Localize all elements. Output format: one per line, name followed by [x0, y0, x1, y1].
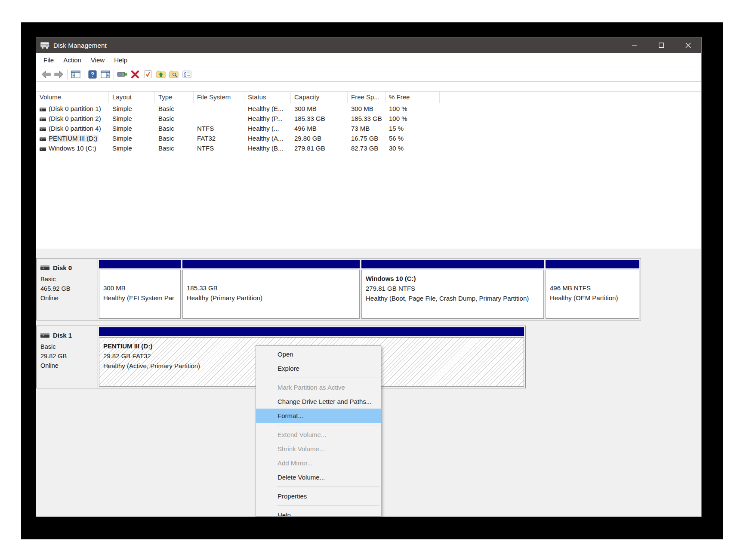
cell-layout: Simple [109, 143, 155, 153]
action-pane-icon [101, 71, 110, 78]
cell-volume: (Disk 0 partition 2) [49, 115, 101, 122]
column-header-filler [440, 92, 701, 103]
volume-row[interactable]: (Disk 0 partition 1) Simple Basic Health… [36, 104, 701, 114]
volume-icon [40, 147, 46, 151]
cell-free-space: 185.33 GB [348, 114, 385, 123]
forward-button[interactable] [52, 68, 65, 80]
column-header-file-system[interactable]: File System [194, 92, 244, 103]
back-button[interactable] [40, 68, 52, 80]
menu-item-view[interactable]: View [86, 56, 109, 64]
volume-list: Volume Layout Type File System Status Ca… [36, 82, 701, 249]
column-header-volume[interactable]: Volume [36, 92, 109, 103]
column-header-free-space[interactable]: Free Sp... [348, 92, 385, 103]
partition-efi-system[interactable]: 300 MB Healthy (EFI System Par [99, 260, 181, 319]
cell-file-system [194, 114, 244, 123]
disk-management-window: Disk Management File Action View Help [36, 37, 701, 517]
partition-status: Healthy (EFI System Par [103, 293, 180, 303]
partition-size: 279.81 GB NTFS [366, 283, 543, 293]
minimize-icon [632, 43, 637, 48]
red-x-icon [131, 70, 139, 79]
pane-splitter[interactable] [36, 249, 701, 254]
show-console-tree-button[interactable] [69, 68, 82, 80]
toolbar-separator [67, 69, 68, 80]
menu-item-explore[interactable]: Explore [256, 361, 381, 375]
partition-size: 300 MB [103, 283, 180, 293]
cell-layout: Simple [109, 104, 155, 114]
close-button[interactable] [675, 37, 701, 53]
show-action-pane-button[interactable] [99, 68, 112, 80]
menu-item-open[interactable]: Open [256, 347, 381, 361]
volume-icon [40, 108, 46, 111]
cell-type: Basic [155, 123, 194, 133]
menu-item-file[interactable]: File [39, 56, 59, 64]
checked-document-button[interactable] [142, 68, 154, 80]
column-header-pct-free[interactable]: % Free [385, 92, 440, 103]
cell-status: Healthy (A... [244, 133, 291, 143]
menu-bar: File Action View Help [36, 53, 701, 67]
cell-status: Healthy (P... [244, 114, 291, 123]
partition-windows-c[interactable]: Windows 10 (C:) 279.81 GB NTFS Healthy (… [361, 260, 544, 319]
maximize-button[interactable] [648, 37, 675, 53]
cell-type: Basic [155, 114, 194, 123]
volume-icon [40, 137, 46, 141]
column-header-layout[interactable]: Layout [109, 92, 155, 103]
cell-file-system: NTFS [194, 143, 244, 153]
cell-pct-free: 100 % [385, 104, 440, 114]
column-header-capacity[interactable]: Capacity [291, 92, 348, 103]
cell-status: Healthy (E... [244, 104, 291, 114]
cell-volume: (Disk 0 partition 1) [49, 105, 101, 112]
folder-up-button[interactable] [154, 68, 167, 80]
cell-pct-free: 56 % [385, 133, 440, 143]
cell-type: Basic [155, 133, 194, 143]
menu-item-delete-volume[interactable]: Delete Volume... [256, 470, 381, 484]
partition-color-band [546, 260, 639, 268]
task-checklist-button[interactable] [180, 68, 193, 80]
cell-layout: Simple [109, 123, 155, 133]
partition-size: 185.33 GB [187, 283, 359, 293]
partition-status: Healthy (OEM Partition) [550, 293, 639, 303]
menu-item-help[interactable]: Help [109, 56, 132, 64]
menu-item-extend-volume: Extend Volume... [256, 428, 381, 442]
disk-size: 29.82 GB [40, 351, 98, 361]
volume-row[interactable]: (Disk 0 partition 2) Simple Basic Health… [36, 114, 701, 123]
disk-type: Basic [40, 274, 98, 284]
folder-search-icon [169, 70, 179, 78]
folder-search-button[interactable] [167, 68, 180, 80]
cell-pct-free: 30 % [385, 143, 440, 153]
menu-item-format[interactable]: Format... [256, 409, 381, 423]
folder-up-arrow-icon [156, 70, 166, 78]
volume-list-header: Volume Layout Type File System Status Ca… [36, 91, 701, 103]
help-button[interactable]: ? [86, 68, 99, 80]
delete-button[interactable] [129, 68, 142, 80]
disk1-panel[interactable]: Disk 1 Basic 29.82 GB Online [36, 326, 98, 388]
volume-row[interactable]: Windows 10 (C:) Simple Basic NTFS Health… [36, 143, 701, 153]
partition-title: Windows 10 (C:) [366, 274, 543, 283]
disk-status: Online [40, 361, 98, 370]
partition-oem[interactable]: 496 MB NTFS Healthy (OEM Partition) [546, 260, 639, 319]
partition-recovery[interactable]: 185.33 GB Healthy (Primary Partition) [182, 260, 360, 319]
cell-capacity: 496 MB [291, 123, 348, 133]
menu-item-action[interactable]: Action [59, 56, 86, 64]
disk-name: Disk 1 [53, 332, 72, 339]
cell-file-system [194, 104, 244, 114]
column-header-status[interactable]: Status [244, 92, 291, 103]
disk0-panel[interactable]: Disk 0 Basic 465.92 GB Online [36, 258, 98, 320]
volume-icon [40, 127, 46, 131]
menu-item-properties[interactable]: Properties [256, 489, 381, 503]
disk-size: 465.92 GB [40, 284, 98, 293]
task-checklist-icon [182, 71, 191, 78]
disk-type: Basic [40, 342, 98, 351]
menu-item-shrink-volume: Shrink Volume... [256, 442, 381, 456]
drive-tool-button[interactable] [116, 68, 129, 80]
partition-color-band [361, 260, 544, 268]
partition-size: 496 MB NTFS [550, 283, 639, 293]
column-header-type[interactable]: Type [155, 92, 194, 103]
menu-item-help[interactable]: Help [256, 508, 381, 517]
disk-drive-app-icon [40, 42, 49, 49]
cell-capacity: 185.33 GB [291, 114, 348, 123]
volume-row[interactable]: (Disk 0 partition 4) Simple Basic NTFS H… [36, 123, 701, 133]
cell-layout: Simple [109, 133, 155, 143]
menu-item-change-drive-letter[interactable]: Change Drive Letter and Paths... [256, 394, 381, 409]
volume-row-selected[interactable]: PENTIUM III (D:) Simple Basic FAT32 Heal… [36, 133, 701, 143]
minimize-button[interactable] [621, 37, 648, 53]
